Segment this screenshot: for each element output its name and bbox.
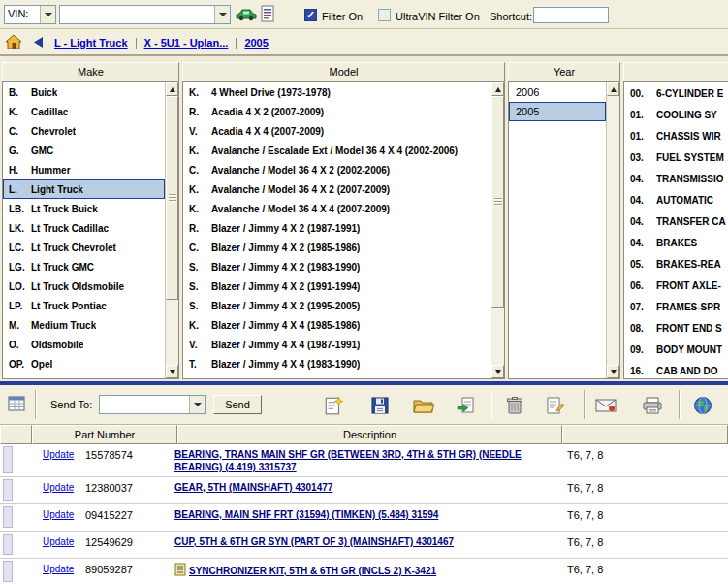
ultravin-filter-checkbox[interactable] (378, 9, 391, 21)
model-list-item[interactable]: K. 4 Wheel Drive (1973-1978) (183, 82, 491, 102)
row-select-cell[interactable] (3, 446, 13, 473)
model-list-item[interactable]: C. Blazer / Jimmy 4 X 2 (1985-1986) (183, 238, 491, 257)
make-list-item[interactable]: LK. Lt Truck Cadillac (3, 218, 165, 238)
model-list-item[interactable]: C. Avalanche / Model 36 4 X 2 (2002-2006… (183, 160, 491, 179)
home-icon[interactable] (5, 34, 22, 49)
grid-icon[interactable] (8, 396, 25, 411)
scroll-down-button[interactable] (166, 365, 178, 378)
vin-selector-dropdown-button[interactable] (40, 6, 55, 23)
row-select-cell[interactable] (3, 479, 13, 501)
vin-input-dropdown-button[interactable] (214, 6, 230, 23)
category-list-item[interactable]: 04. TRANSFER CA (624, 211, 728, 232)
make-list-item[interactable]: OP. Opel (3, 354, 165, 373)
vin-selector-value[interactable]: VIN: (5, 6, 40, 23)
make-scrollbar[interactable] (165, 82, 178, 378)
send-button[interactable]: Send (213, 395, 262, 414)
category-list-item[interactable]: 01. CHASSIS WIR (624, 125, 728, 146)
breadcrumb-link[interactable]: 2005 (244, 37, 268, 49)
make-list-item[interactable]: LP. Lt Truck Pontiac (3, 296, 165, 315)
shortcut-input[interactable] (533, 7, 609, 23)
report-icon[interactable] (261, 5, 274, 22)
update-link[interactable]: Update (43, 509, 74, 520)
category-list-item[interactable]: 04. BRAKES (624, 232, 728, 253)
model-list-item[interactable]: K. Avalanche / Escalade Ext / Model 36 4… (183, 141, 491, 160)
row-select-cell[interactable] (3, 561, 13, 582)
model-list-item[interactable]: R. Acadia 4 X 2 (2007-2009) (183, 102, 491, 121)
description-link[interactable]: GEAR, 5TH (MAINSHAFT) 4301477 (174, 481, 560, 494)
make-list-item[interactable]: C. Chevrolet (3, 121, 165, 141)
make-list-item[interactable]: H. Hummer (3, 160, 165, 179)
make-list-item[interactable]: LG. Lt Truck GMC (3, 257, 165, 276)
edit-note-icon[interactable] (543, 393, 568, 418)
scroll-thumb[interactable] (491, 96, 504, 308)
scroll-track[interactable] (491, 96, 504, 365)
make-list-item[interactable]: O. Oldsmobile (3, 335, 165, 354)
breadcrumb-link[interactable]: X - 5U1 - Uplan... (144, 37, 229, 49)
delete-icon[interactable] (502, 393, 527, 418)
model-list-item[interactable]: K. Avalanche / Model 36 4 X 2 (2007-2009… (183, 179, 491, 199)
web-icon[interactable] (690, 393, 715, 418)
make-list-item[interactable]: K. Cadillac (3, 102, 165, 121)
scroll-up-button[interactable] (491, 82, 504, 96)
year-list-item[interactable]: 2005 (509, 102, 606, 121)
category-list-item[interactable]: 07. FRAMES-SPR (624, 296, 728, 317)
model-list-item[interactable]: T. Blazer / Jimmy 4 X 4 (1983-1990) (183, 354, 491, 373)
make-list-item[interactable]: LC. Lt Truck Chevrolet (3, 238, 165, 257)
scroll-up-button[interactable] (607, 82, 619, 96)
make-list-item[interactable]: G. GMC (3, 141, 165, 160)
description-link[interactable]: BEARING, TRANS MAIN SHF GR (BETWEEN 3RD,… (174, 448, 560, 473)
model-list-item[interactable]: K. Blazer / Jimmy 4 X 4 (1985-1986) (183, 315, 491, 335)
model-list-item[interactable]: S. Blazer / Jimmy 4 X 2 (1991-1994) (183, 276, 491, 296)
row-select-cell[interactable] (3, 506, 13, 528)
send-to-dropdown-button[interactable] (189, 396, 205, 413)
update-link[interactable]: Update (43, 449, 74, 460)
make-list-item[interactable]: LB. Lt Truck Buick (3, 199, 165, 218)
update-link[interactable]: Update (43, 482, 74, 493)
update-link[interactable]: Update (43, 564, 74, 574)
print-icon[interactable] (640, 393, 665, 418)
make-list-item[interactable]: M. Medium Truck (3, 315, 165, 335)
update-link[interactable]: Update (43, 536, 74, 547)
send-to-combo[interactable] (99, 395, 206, 414)
breadcrumb-link[interactable]: L - Light Truck (54, 37, 128, 49)
model-scrollbar[interactable] (491, 82, 504, 378)
open-folder-icon[interactable] (411, 393, 436, 418)
save-icon[interactable] (367, 393, 393, 418)
model-list-item[interactable]: S. Blazer / Jimmy 4 X 2 (1995-2005) (183, 296, 491, 315)
description-link[interactable]: CUP, 5TH & 6TH GR SYN (PART OF 3) (MAINS… (174, 535, 560, 548)
car-icon[interactable] (236, 6, 257, 21)
import-icon[interactable] (454, 393, 479, 418)
mail-icon[interactable] (593, 393, 618, 418)
model-list-item[interactable]: V. Acadia 4 X 4 (2007-2009) (183, 121, 491, 141)
make-list-item[interactable]: LO. Lt Truck Oldsmobile (3, 276, 165, 296)
row-select-cell[interactable] (3, 534, 13, 555)
category-list-item[interactable]: 00. 6-CYLINDER E (624, 82, 728, 104)
scroll-down-button[interactable] (607, 365, 619, 378)
category-list-item[interactable]: 05. BRAKES-REA (624, 253, 728, 275)
category-list-item[interactable]: 06. FRONT AXLE- (624, 275, 728, 296)
model-list-item[interactable]: K. Avalanche / Model 36 4 X 4 (2007-2009… (183, 199, 491, 218)
category-list-item[interactable]: 09. BODY MOUNT (624, 339, 728, 360)
category-list-item[interactable]: 08. FRONT END S (624, 317, 728, 339)
category-list-item[interactable]: 16. CAB AND DO (624, 360, 728, 378)
year-list-item[interactable]: 2006 (509, 82, 606, 102)
year-scrollbar[interactable] (606, 82, 619, 378)
model-list-item[interactable]: S. Blazer / Jimmy 4 X 2 (1983-1990) (183, 257, 491, 276)
vin-selector-combo[interactable]: VIN: (4, 5, 56, 24)
category-list-item[interactable]: 01. COOLING SY (624, 104, 728, 125)
vin-input-combo[interactable] (59, 5, 231, 24)
scroll-up-button[interactable] (166, 82, 178, 96)
category-list-item[interactable]: 03. FUEL SYSTEM (624, 146, 728, 168)
back-icon[interactable] (32, 36, 45, 49)
category-list-item[interactable]: 04. AUTOMATIC (624, 189, 728, 211)
scroll-track[interactable] (607, 96, 619, 365)
make-list-item[interactable]: L. Light Truck (3, 179, 165, 199)
send-to-value[interactable] (100, 396, 189, 413)
scroll-thumb[interactable] (166, 96, 178, 300)
vin-input-value[interactable] (60, 6, 214, 23)
model-list-item[interactable]: R. Blazer / Jimmy 4 X 2 (1987-1991) (183, 218, 491, 238)
filter-on-checkbox[interactable] (304, 9, 317, 21)
new-note-icon[interactable] (321, 393, 346, 418)
model-list-item[interactable]: V. Blazer / Jimmy 4 X 4 (1987-1991) (183, 335, 491, 354)
category-list-item[interactable]: 04. TRANSMISSIO (624, 168, 728, 189)
